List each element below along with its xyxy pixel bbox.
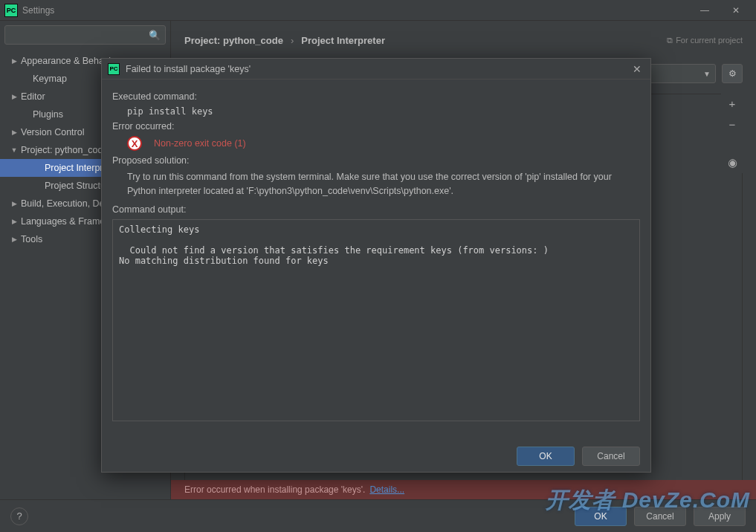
app-icon: PC — [4, 4, 18, 17]
help-button[interactable]: ? — [10, 507, 28, 525]
crumb-section: Project Interpreter — [301, 35, 385, 46]
sidebar-item-label: Editor — [21, 91, 45, 102]
interpreter-gear-button[interactable]: ⚙ — [722, 64, 743, 83]
close-window-button[interactable]: ✕ — [720, 0, 752, 21]
package-toolbar: + − ◉ — [721, 93, 743, 173]
tree-arrow-icon: ▶ — [10, 218, 18, 225]
tree-arrow-icon: ▶ — [10, 129, 18, 136]
gear-icon: ⚙ — [728, 68, 737, 79]
output-label: Command output: — [112, 204, 640, 215]
sidebar-item-label: Project: python_code — [21, 145, 108, 155]
copy-icon: ⧉ — [667, 36, 673, 45]
error-banner-text: Error occurred when installing package '… — [184, 484, 365, 495]
error-icon: X — [127, 136, 142, 151]
search-input[interactable] — [10, 30, 149, 40]
command-output[interactable]: Collecting keys Could not find a version… — [112, 219, 640, 421]
breadcrumb-sep-icon: › — [291, 35, 294, 46]
proposed-label: Proposed solution: — [112, 155, 640, 166]
dialog-close-button[interactable]: ✕ — [630, 63, 644, 75]
error-dialog: PC Failed to install package 'keys' ✕ Ex… — [101, 58, 651, 473]
dialog-ok-button[interactable]: OK — [517, 447, 575, 466]
for-current-project-label: ⧉ For current project — [667, 36, 743, 45]
window-title: Settings — [22, 5, 54, 16]
sidebar-item-label: Version Control — [21, 127, 84, 137]
dialog-title: Failed to install package 'keys' — [126, 64, 251, 74]
bottom-bar: ? OK Cancel Apply — [0, 499, 756, 532]
remove-package-button[interactable]: − — [721, 114, 743, 134]
minimize-button[interactable]: — — [689, 0, 720, 21]
tree-arrow-icon: ▶ — [10, 57, 18, 65]
tree-arrow-icon: ▶ — [10, 93, 18, 100]
breadcrumb: Project: python_code › Project Interpret… — [184, 30, 743, 51]
show-packages-button[interactable]: ◉ — [721, 152, 743, 173]
crumb-project: Project: python_code — [184, 35, 283, 46]
error-occurred-label: Error occurred: — [112, 121, 640, 132]
settings-apply-button[interactable]: Apply — [694, 507, 746, 526]
search-icon: 🔍 — [149, 30, 161, 41]
dialog-app-icon: PC — [108, 63, 120, 75]
settings-cancel-button[interactable]: Cancel — [634, 507, 686, 526]
sidebar-item-label: Plugins — [33, 109, 63, 120]
dialog-titlebar: PC Failed to install package 'keys' ✕ — [102, 59, 650, 80]
settings-ok-button[interactable]: OK — [575, 507, 627, 526]
error-details-link[interactable]: Details... — [369, 484, 404, 495]
titlebar: PC Settings — ✕ — [0, 0, 756, 21]
sidebar-item-label: Tools — [21, 234, 42, 244]
executed-label: Executed command: — [112, 91, 640, 102]
dialog-body: Executed command: pip install keys Error… — [102, 80, 650, 441]
tree-arrow-icon: ▼ — [10, 146, 18, 154]
dialog-cancel-button[interactable]: Cancel — [582, 447, 640, 466]
error-message: Non-zero exit code (1) — [154, 138, 246, 149]
add-package-button[interactable]: + — [721, 93, 743, 114]
for-current-text: For current project — [676, 36, 743, 45]
tree-arrow-icon: ▶ — [10, 236, 18, 243]
error-banner: Error occurred when installing package '… — [171, 480, 756, 499]
dialog-button-row: OK Cancel — [102, 441, 650, 472]
executed-command: pip install keys — [127, 106, 640, 117]
chevron-down-icon: ▼ — [703, 70, 711, 78]
sidebar-item-label: Keymap — [33, 74, 67, 84]
proposed-solution: Try to run this command from the system … — [127, 170, 640, 198]
sidebar-search[interactable]: 🔍 — [4, 25, 166, 45]
tree-arrow-icon: ▶ — [10, 200, 18, 207]
